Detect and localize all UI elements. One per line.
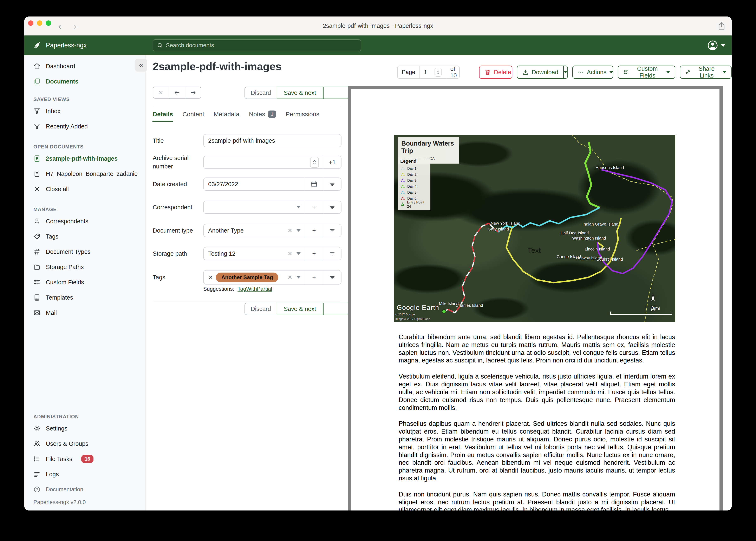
filter-icon: [329, 204, 336, 211]
tab-notes[interactable]: Notes 1: [249, 111, 276, 122]
dots-icon: [400, 179, 405, 183]
asn-stepper[interactable]: [310, 157, 319, 168]
clear-icon[interactable]: ✕: [288, 274, 292, 281]
add-storage-path-button[interactable]: +: [305, 248, 323, 260]
sidebar-item-correspondents[interactable]: Correspondents: [24, 214, 145, 229]
sidebar-item-mail[interactable]: Mail: [24, 305, 145, 320]
clear-icon[interactable]: ✕: [288, 227, 292, 234]
filter-icon: [329, 250, 336, 257]
chevron-down-icon: [609, 71, 613, 73]
sidebar-collapse-button[interactable]: «: [135, 59, 147, 72]
title-input[interactable]: [208, 137, 337, 144]
calendar-button[interactable]: [305, 178, 323, 190]
users-icon: [33, 440, 40, 447]
close-document-button[interactable]: [153, 87, 169, 99]
preview-toolbar: Page of 10 Delete Download: [397, 66, 732, 79]
tags-filter-button[interactable]: [323, 270, 341, 284]
date-created-input[interactable]: [208, 181, 300, 188]
save-button[interactable]: Save: [323, 303, 350, 315]
asn-plus-one-button[interactable]: +1: [323, 156, 341, 169]
tags-select[interactable]: ✕ Another Sample Tag: [204, 270, 288, 284]
gear-icon: [33, 425, 40, 432]
suggestion-link[interactable]: TagWithPartial: [237, 286, 272, 292]
add-tag-button[interactable]: +: [305, 270, 323, 284]
sidebar-item-tags[interactable]: Tags: [24, 229, 145, 244]
save-next-button[interactable]: Save & next: [277, 87, 323, 99]
chevron-down-icon[interactable]: [296, 276, 301, 278]
brand[interactable]: Paperless-ngx: [32, 35, 87, 55]
tab-metadata[interactable]: Metadata: [214, 111, 239, 122]
ellipsis-icon: [578, 69, 584, 75]
chevron-down-icon[interactable]: [296, 229, 301, 232]
share-links-button[interactable]: Share Links: [680, 66, 732, 79]
map-copyright: Image © 2017 DigitalGlobe: [395, 317, 430, 320]
sidebar-item-storage-paths[interactable]: Storage Paths: [24, 260, 145, 274]
clear-icon[interactable]: ✕: [288, 250, 292, 257]
chevron-down-icon[interactable]: [296, 253, 301, 255]
discard-button[interactable]: Discard: [245, 303, 277, 315]
map-title: Boundary Waters Trip: [401, 140, 456, 155]
sidebar-item-file-tasks[interactable]: File Tasks 16: [24, 451, 145, 467]
sidebar-item-recently-added[interactable]: Recently Added: [24, 119, 145, 134]
add-correspondent-button[interactable]: +: [305, 201, 323, 214]
discard-button[interactable]: Discard: [245, 87, 277, 99]
asn-input[interactable]: [208, 159, 306, 166]
search-icon: [157, 42, 163, 48]
document-type-filter-button[interactable]: [323, 224, 341, 237]
custom-fields-button[interactable]: Custom Fields: [618, 66, 675, 79]
sidebar-item-templates[interactable]: Templates: [24, 290, 145, 305]
paragraph: Duis non tincidunt purus. Nam quis sapie…: [399, 490, 675, 510]
window-title: 2sample-pdf-with-images - Paperless-ngx: [323, 22, 433, 29]
document-type-select[interactable]: Another Type: [204, 224, 288, 237]
tab-permissions[interactable]: Permissions: [286, 111, 319, 122]
previous-document-button[interactable]: [169, 87, 185, 99]
pdf-preview-pane[interactable]: Hausons Island New York Island Gary Isla…: [348, 86, 723, 510]
page-stepper[interactable]: [435, 68, 442, 77]
remove-tag-icon[interactable]: ✕: [208, 274, 213, 281]
add-document-type-button[interactable]: +: [305, 224, 323, 237]
date-filter-button[interactable]: [323, 178, 341, 190]
sidebar-item-documents[interactable]: Documents: [24, 74, 145, 89]
sidebar-item-open-doc-1[interactable]: 2sample-pdf-with-images: [24, 151, 145, 166]
tab-details[interactable]: Details: [153, 111, 173, 122]
sidebar-item-open-doc-2[interactable]: H7_Napoleon_Bonaparte_zadanie: [24, 166, 145, 182]
browser-back-button[interactable]: ‹: [58, 17, 61, 35]
close-window-button[interactable]: [28, 20, 33, 26]
app-window: ‹ › 2sample-pdf-with-images - Paperless-…: [24, 17, 732, 510]
save-next-button[interactable]: Save & next: [277, 303, 323, 315]
page-number-input[interactable]: [424, 69, 435, 76]
sidebar-item-custom-fields[interactable]: Custom Fields: [24, 274, 145, 290]
user-menu[interactable]: [707, 35, 725, 55]
minimize-window-button[interactable]: [37, 20, 42, 26]
sidebar-item-logs[interactable]: Logs: [24, 467, 145, 482]
save-button[interactable]: Save: [323, 87, 350, 99]
tag-chip[interactable]: Another Sample Tag: [216, 272, 278, 282]
sidebar-item-users-groups[interactable]: Users & Groups: [24, 436, 145, 451]
download-menu-button[interactable]: [563, 66, 567, 78]
correspondent-filter-button[interactable]: [323, 201, 341, 214]
download-button[interactable]: Download: [517, 66, 568, 79]
tags-label: Tags: [153, 273, 203, 281]
storage-path-filter-button[interactable]: [323, 248, 341, 260]
map-island-label: New York Island: [491, 221, 520, 226]
zoom-window-button[interactable]: [46, 20, 51, 26]
sidebar-item-dashboard[interactable]: Dashboard: [24, 59, 145, 74]
hash-icon: [33, 248, 40, 255]
sidebar-item-settings[interactable]: Settings: [24, 421, 145, 436]
sidebar-item-inbox[interactable]: Inbox: [24, 104, 145, 119]
next-document-button[interactable]: [185, 87, 201, 99]
sidebar-item-document-types[interactable]: Document Types: [24, 244, 145, 260]
titlebar: ‹ › 2sample-pdf-with-images - Paperless-…: [24, 17, 732, 35]
storage-path-select[interactable]: Testing 12: [204, 248, 288, 260]
correspondent-select[interactable]: [204, 201, 296, 214]
sidebar-item-close-all[interactable]: Close all: [24, 182, 145, 197]
actions-button[interactable]: Actions: [572, 66, 613, 79]
chevron-down-icon[interactable]: [296, 206, 301, 209]
search-input[interactable]: [166, 42, 357, 49]
browser-forward-button[interactable]: ›: [73, 17, 77, 35]
delete-button[interactable]: Delete: [479, 66, 512, 79]
sidebar-item-documentation[interactable]: Documentation: [24, 482, 145, 497]
share-icon[interactable]: [717, 21, 726, 31]
paragraph: Curabitur bibendum ante urna, sed blandi…: [399, 333, 675, 364]
tab-content[interactable]: Content: [182, 111, 204, 122]
